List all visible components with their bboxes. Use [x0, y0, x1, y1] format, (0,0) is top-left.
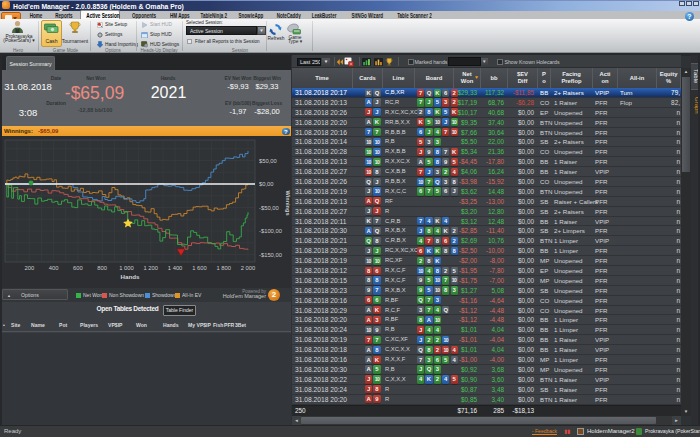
svg-text:Hands: Hands	[121, 273, 140, 280]
svg-text:Winnings: Winnings	[285, 190, 291, 215]
svg-text:200: 200	[24, 265, 34, 271]
svg-text:1 000: 1 000	[119, 265, 134, 271]
svg-text:800: 800	[97, 265, 107, 271]
svg-text:-$50,00: -$50,00	[259, 205, 279, 211]
svg-text:1 400: 1 400	[168, 265, 183, 271]
svg-text:-$150,00: -$150,00	[259, 252, 282, 258]
svg-text:1 800: 1 800	[216, 265, 231, 271]
svg-text:1 200: 1 200	[144, 265, 159, 271]
svg-text:1 600: 1 600	[192, 265, 207, 271]
svg-text:$50,00: $50,00	[259, 158, 277, 164]
svg-text:-$100,00: -$100,00	[259, 228, 282, 234]
svg-text:2 000: 2 000	[241, 265, 256, 271]
svg-text:$0,00: $0,00	[259, 181, 274, 187]
svg-text:600: 600	[73, 265, 83, 271]
svg-text:400: 400	[49, 265, 59, 271]
